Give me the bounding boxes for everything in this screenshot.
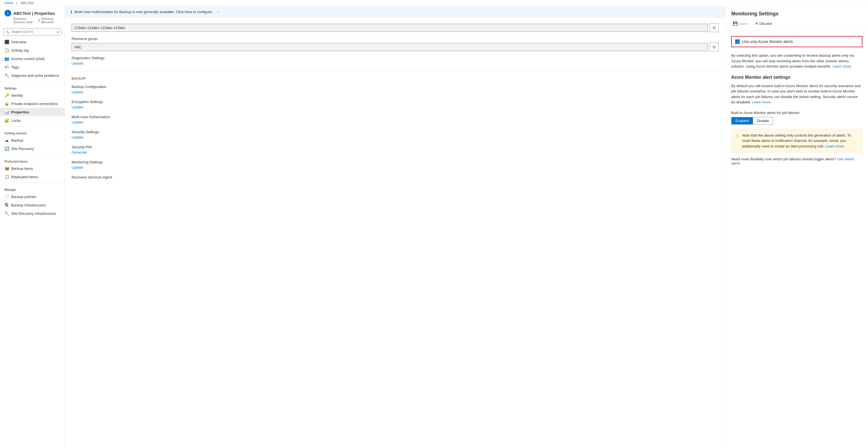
sidebar-item-tags[interactable]: 🏷 Tags	[0, 63, 65, 71]
subsection-title: Azure Monitor alert settings	[731, 75, 862, 80]
sidebar-header: i ABCTest | Properties Recovery Services…	[0, 6, 65, 26]
manage-section-label: Manage	[0, 184, 65, 193]
multi-user-update-link[interactable]: Update	[71, 120, 83, 124]
security-settings-update-link[interactable]: Update	[71, 135, 83, 139]
panel-content: ✓ Use only Azure Monitor alerts By selec…	[726, 30, 868, 448]
security-settings-label: Security Settings	[71, 130, 719, 134]
site-recovery-icon: 🔄	[4, 146, 9, 151]
divider-1	[0, 81, 65, 81]
description-text-1: By selecting this option, you are consen…	[731, 53, 862, 69]
toggle-enabled-button[interactable]: Enabled	[732, 117, 753, 124]
copy-resource-id-button[interactable]: ⧉	[710, 23, 719, 32]
sidebar-label-activity-log: Activity log	[11, 48, 29, 53]
azure-monitor-checkbox[interactable]: ✓	[735, 39, 740, 44]
sidebar-item-site-recovery[interactable]: 🔄 Site Recovery	[0, 144, 65, 153]
backup-policies-icon: 📄	[4, 195, 9, 199]
multi-user-label: Multi-User Authorization	[71, 115, 719, 119]
sidebar-label-backup-items: Backup items	[11, 167, 33, 171]
overview-icon: ⬛	[4, 40, 9, 44]
recovery-agent-row: Recovery Services Agent	[71, 175, 719, 179]
resource-id-input	[71, 24, 708, 32]
learn-more-link-2[interactable]: Learn more.	[752, 100, 772, 104]
sidebar-label-private-endpoint: Private endpoint connections	[11, 102, 58, 106]
replicated-items-icon: 📋	[4, 175, 9, 179]
monitoring-update-link[interactable]: Update	[71, 165, 83, 170]
resource-group-input	[71, 43, 708, 51]
save-label: Save	[739, 22, 747, 26]
breadcrumb-home[interactable]: Home	[4, 1, 13, 5]
backup-icon: ☁	[4, 138, 9, 142]
backup-infrastructure-icon: 🏗	[4, 203, 9, 207]
getting-started-section-label: Getting started	[0, 128, 65, 136]
panel-title: Monitoring Settings	[731, 11, 862, 17]
activity-log-icon: 📋	[4, 48, 9, 53]
banner-link[interactable]: →	[216, 10, 220, 14]
sidebar-title-row: i ABCTest | Properties	[4, 10, 60, 16]
breadcrumb-separator: >	[16, 1, 17, 5]
backup-config-update-link[interactable]: Update	[71, 90, 83, 94]
learn-more-link-1[interactable]: Learn more.	[833, 64, 852, 68]
azure-monitor-checkbox-row[interactable]: ✓ Use only Azure Monitor alerts	[731, 36, 862, 47]
breadcrumb: Home > ABCTest	[0, 0, 868, 6]
discard-button[interactable]: ✕ Discard	[753, 20, 773, 27]
discard-icon: ✕	[755, 21, 758, 26]
monitoring-panel: Monitoring Settings 💾 Save ✕ Discard	[725, 6, 868, 448]
multi-user-row: Multi-User Authorization Update	[71, 115, 719, 124]
sidebar-item-backup-infrastructure[interactable]: 🏗 Backup Infrastructure	[0, 201, 65, 209]
sidebar-label-identity: Identity	[11, 93, 23, 98]
encryption-label: Encryption Settings	[71, 100, 719, 104]
diagnostics-label: Diagnostics Settings	[71, 56, 719, 60]
vault-icon: i	[4, 10, 11, 16]
sidebar-label-iam: Access control (IAM)	[11, 57, 45, 61]
discard-label: Discard	[760, 22, 772, 26]
sidebar-item-replicated-items[interactable]: 📋 Replicated items	[0, 173, 65, 181]
collapse-button[interactable]: «	[57, 30, 59, 34]
save-button[interactable]: 💾 Save	[731, 20, 749, 27]
tags-icon: 🏷	[4, 65, 9, 69]
iam-icon: 👥	[4, 57, 9, 61]
sidebar-item-site-recovery-infrastructure[interactable]: 🔧 Site Recovery infrastructure	[0, 209, 65, 217]
sidebar-label-backup-infrastructure: Backup Infrastructure	[11, 203, 46, 207]
checkbox-checkmark: ✓	[736, 40, 739, 43]
sidebar-item-private-endpoint[interactable]: 🔒 Private endpoint connections	[0, 99, 65, 108]
warning-learn-more-link[interactable]: Learn more.	[826, 144, 845, 148]
properties-pane: ℹ Multi-User Authorization for Backup is…	[65, 6, 725, 448]
banner-info-icon: ℹ	[70, 9, 72, 14]
sidebar-item-diagnose[interactable]: 🔧 Diagnose and solve problems	[0, 71, 65, 79]
description-text-2: By default you will receive built-in Azu…	[731, 83, 862, 105]
resource-group-label: Resource group	[71, 37, 719, 41]
sidebar-label-site-recovery: Site Recovery	[11, 147, 34, 151]
banner[interactable]: ℹ Multi-User Authorization for Backup is…	[65, 6, 725, 18]
sidebar-item-locks[interactable]: 🔐 Locks	[0, 116, 65, 125]
sidebar-item-backup-policies[interactable]: 📄 Backup policies	[0, 193, 65, 201]
toggle-row: Built-in Azure Monitor alerts for job fa…	[731, 111, 862, 125]
security-pin-row: Security PIN Generate	[71, 145, 719, 154]
monitoring-label: Monitoring Settings	[71, 160, 719, 164]
sidebar-label-properties: Properties	[11, 110, 29, 114]
flexibility-text: Need more flexibility over which job fai…	[731, 157, 862, 165]
panel-toolbar: 💾 Save ✕ Discard	[731, 20, 862, 27]
copy-resource-group-button[interactable]: ⧉	[710, 42, 719, 51]
toggle-disable-button[interactable]: Disable	[753, 117, 773, 124]
encryption-update-link[interactable]: Update	[71, 105, 83, 109]
divider-2	[0, 126, 65, 127]
sidebar-item-activity-log[interactable]: 📋 Activity log	[0, 46, 65, 55]
sidebar-item-overview[interactable]: ⬛ Overview	[0, 38, 65, 46]
sidebar-item-identity[interactable]: 🔑 Identity	[0, 91, 65, 99]
sidebar-item-properties[interactable]: 📊 Properties	[0, 108, 65, 116]
search-area: «	[0, 26, 65, 38]
protected-items-section-label: Protected items	[0, 157, 65, 164]
security-pin-generate-link[interactable]: Generate	[71, 150, 87, 154]
backup-config-label: Backup Configuration	[71, 84, 719, 89]
locks-icon: 🔐	[4, 118, 9, 123]
divider-4	[0, 183, 65, 183]
sidebar-item-backup-items[interactable]: 📦 Backup items	[0, 164, 65, 173]
encryption-row: Encryption Settings Update	[71, 100, 719, 109]
sidebar-item-iam[interactable]: 👥 Access control (IAM)	[0, 55, 65, 63]
properties-icon: 📊	[4, 110, 9, 114]
divider-3	[0, 154, 65, 155]
backup-section-title: BACKUP	[71, 77, 719, 80]
diagnostics-update-link[interactable]: Update	[71, 61, 83, 65]
search-input[interactable]	[3, 28, 61, 35]
sidebar-item-backup[interactable]: ☁ Backup	[0, 136, 65, 144]
